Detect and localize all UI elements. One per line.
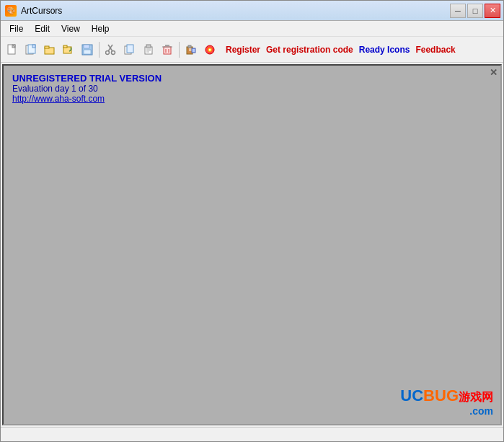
window-controls: ─ □ ✕: [450, 4, 500, 18]
new2-icon: [25, 44, 37, 56]
menu-help[interactable]: Help: [86, 22, 115, 35]
register-link[interactable]: Register: [226, 45, 260, 55]
trial-version-text: UNREGISTERED TRIAL VERSION: [12, 73, 162, 84]
delete-button[interactable]: [159, 41, 176, 58]
title-bar-left: 🎨 ArtCursors: [5, 5, 62, 17]
notice-close-icon[interactable]: ✕: [490, 67, 498, 78]
title-bar: 🎨 ArtCursors ─ □ ✕: [1, 1, 503, 21]
maximize-button[interactable]: □: [467, 4, 483, 18]
toolbar: Register Get registration code Ready Ico…: [1, 37, 503, 63]
feedback-link[interactable]: Feedback: [415, 45, 455, 55]
trial-eval-text: Evaluation day 1 of 30: [12, 84, 162, 94]
open-icon: [44, 44, 56, 56]
watermark: UCBUG游戏网 .com: [400, 386, 493, 417]
tool1-button[interactable]: [182, 41, 200, 58]
paste-button[interactable]: [140, 41, 157, 58]
main-window: 🎨 ArtCursors ─ □ ✕ File Edit View Help: [0, 0, 504, 442]
new-button[interactable]: [4, 41, 21, 58]
menu-view[interactable]: View: [56, 22, 86, 35]
svg-rect-20: [146, 45, 151, 48]
new2-button[interactable]: [22, 41, 40, 58]
trial-url-link[interactable]: http://www.aha-soft.com: [12, 94, 105, 104]
save-button[interactable]: [79, 41, 96, 58]
new-icon: [6, 44, 18, 56]
svg-rect-7: [45, 46, 49, 48]
save-icon: [81, 44, 93, 56]
svg-rect-9: [63, 45, 67, 48]
tool1-icon: [185, 44, 197, 56]
svg-point-16: [112, 50, 115, 54]
ready-icons-link[interactable]: Ready Icons: [359, 45, 410, 55]
copy-icon: [124, 44, 136, 56]
toolbar-links: Register Get registration code Ready Ico…: [226, 45, 456, 55]
content-area: ✕ UNREGISTERED TRIAL VERSION Evaluation …: [2, 64, 502, 425]
reload-button[interactable]: [60, 41, 77, 58]
svg-point-15: [106, 50, 110, 54]
svg-rect-24: [164, 47, 171, 54]
sep2: [179, 42, 180, 58]
svg-rect-11: [84, 45, 89, 48]
watermark-game-cn: 游戏网: [459, 391, 493, 403]
watermark-bug: BUG: [423, 386, 459, 405]
window-title: ArtCursors: [21, 6, 62, 16]
sep1: [99, 42, 100, 58]
svg-rect-33: [192, 48, 195, 53]
status-bar: [1, 427, 503, 441]
close-button[interactable]: ✕: [485, 4, 500, 18]
cut-button[interactable]: [102, 41, 120, 58]
cut-icon: [105, 44, 117, 56]
svg-rect-18: [127, 45, 133, 53]
minimize-button[interactable]: ─: [450, 4, 466, 18]
menu-file[interactable]: File: [4, 22, 29, 35]
menu-bar: File Edit View Help: [1, 21, 503, 37]
open-button[interactable]: [41, 41, 58, 58]
paste-icon: [143, 44, 154, 56]
tool2-icon: [204, 44, 216, 56]
get-code-link[interactable]: Get registration code: [266, 45, 353, 55]
delete-icon: [162, 44, 173, 56]
svg-rect-5: [32, 45, 35, 48]
tool2-button[interactable]: [201, 41, 218, 58]
trial-notice: UNREGISTERED TRIAL VERSION Evaluation da…: [12, 73, 162, 104]
menu-edit[interactable]: Edit: [29, 22, 56, 35]
svg-rect-12: [84, 50, 91, 54]
watermark-uc: UC: [400, 386, 423, 405]
reload-icon: [63, 44, 74, 56]
app-icon: 🎨: [5, 5, 17, 17]
svg-point-38: [209, 48, 211, 50]
svg-rect-30: [188, 45, 191, 48]
copy-button[interactable]: [121, 41, 138, 58]
watermark-com: .com: [400, 405, 493, 417]
